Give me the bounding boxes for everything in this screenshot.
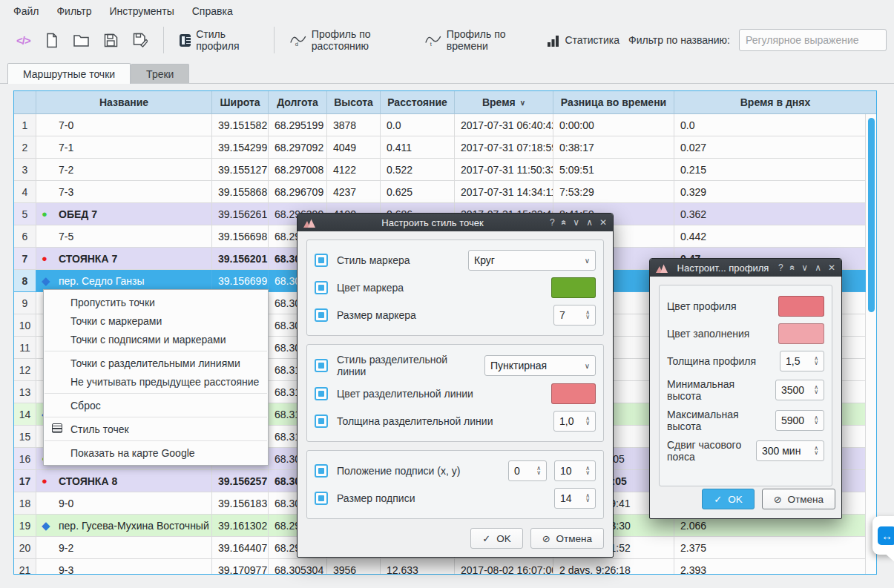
- cell-dist[interactable]: 0.411: [381, 136, 455, 159]
- minimize-button[interactable]: ∨: [573, 218, 579, 227]
- cell-name[interactable]: ◆пер. Гусева-Мухина Восточный: [36, 515, 212, 537]
- help-button[interactable]: ?: [550, 218, 555, 227]
- cell-lat[interactable]: 39.164407: [212, 537, 269, 559]
- cell-ele[interactable]: 3878: [327, 114, 381, 136]
- save-as-button[interactable]: [127, 30, 154, 50]
- cell-time[interactable]: 2017-07-31 06:40:42: [455, 114, 553, 136]
- row-number[interactable]: 11: [14, 337, 36, 359]
- cell-lat[interactable]: 39.154299: [212, 136, 269, 159]
- cell-time[interactable]: 2017-08-02 16:07:00: [455, 559, 553, 575]
- label-size-checkbox[interactable]: [315, 492, 328, 505]
- cell-time[interactable]: 2017-07-31 14:34:11: [455, 181, 553, 203]
- column-header-lat[interactable]: Широта: [212, 91, 269, 114]
- cell-dist[interactable]: 0.522: [381, 159, 455, 181]
- profile-color-swatch[interactable]: [778, 296, 824, 317]
- label-x-spinner[interactable]: 0∧∨: [508, 460, 547, 481]
- teamviewer-tab[interactable]: ↔: [872, 516, 894, 555]
- chevron-down-icon[interactable]: ∨: [585, 421, 590, 426]
- context-menu-item[interactable]: Точки с разделительными линиями: [44, 354, 268, 372]
- spin-buttons[interactable]: ∧∨: [536, 466, 541, 476]
- close-button[interactable]: ✕: [599, 218, 607, 227]
- chevron-down-icon[interactable]: ∨: [814, 390, 818, 394]
- row-number[interactable]: 1: [14, 114, 36, 136]
- marker-size-checkbox[interactable]: [315, 308, 328, 322]
- cell-tdays[interactable]: 0.329: [674, 181, 866, 203]
- profile-width-spinner[interactable]: 1,5∧∨: [780, 351, 824, 371]
- row-number[interactable]: 4: [14, 181, 36, 203]
- cell-tdiff[interactable]: 0:38:17: [553, 136, 674, 159]
- context-menu-item[interactable]: Точки с подписями и маркерами: [44, 330, 268, 348]
- row-number[interactable]: 15: [14, 426, 36, 448]
- cell-tdiff[interactable]: 0:00:00: [553, 114, 674, 136]
- cell-name[interactable]: ●ОБЕД 7: [36, 203, 212, 225]
- cell-lat[interactable]: 39.155868: [212, 181, 269, 203]
- cell-name[interactable]: 9-3: [36, 559, 212, 575]
- tab-waypoints[interactable]: Маршрутные точки: [7, 63, 131, 84]
- cell-lon[interactable]: 68.296709: [269, 181, 327, 203]
- row-number[interactable]: 7: [14, 248, 36, 270]
- cell-dist[interactable]: 0.625: [381, 181, 455, 203]
- cell-tdays[interactable]: 0.027: [674, 136, 866, 159]
- source-code-button[interactable]: </>: [10, 31, 36, 50]
- column-header-time[interactable]: Время∨: [455, 91, 553, 114]
- table-row[interactable]: 219-339.17097768.305304395612.6332017-08…: [14, 559, 866, 575]
- chevron-down-icon[interactable]: ∨: [536, 471, 541, 475]
- min-height-spinner[interactable]: 3500∧∨: [775, 380, 824, 400]
- row-number[interactable]: 10: [14, 314, 36, 337]
- row-number[interactable]: 2: [14, 136, 36, 159]
- cell-lat[interactable]: 39.156183: [212, 492, 269, 515]
- minimize-button[interactable]: ∨: [801, 263, 808, 272]
- marker-color-checkbox[interactable]: [315, 281, 328, 294]
- table-row[interactable]: 37-239.15512768.29700841220.5222017-07-3…: [14, 159, 866, 181]
- cell-ele[interactable]: 4049: [327, 136, 381, 159]
- chevron-down-icon[interactable]: ∨: [585, 471, 590, 475]
- marker-style-select[interactable]: Круг∨: [468, 250, 596, 271]
- fill-color-swatch[interactable]: [778, 323, 824, 344]
- profile-style-button[interactable]: Стиль профиля: [174, 25, 265, 55]
- label-position-checkbox[interactable]: [315, 464, 328, 478]
- cell-tdays[interactable]: 0.442: [674, 225, 866, 248]
- cell-name[interactable]: 9-2: [36, 537, 212, 559]
- context-menu-item[interactable]: Показать на карте Google: [44, 443, 268, 462]
- spin-buttons[interactable]: ∧∨: [585, 494, 590, 503]
- chevron-down-icon[interactable]: ∨: [814, 361, 818, 366]
- cell-name[interactable]: 7-1: [36, 136, 212, 159]
- chevron-down-icon[interactable]: ∨: [814, 451, 818, 455]
- cell-name[interactable]: ●СТОЯНКА 8: [36, 470, 212, 492]
- cell-lat[interactable]: 39.156261: [212, 203, 269, 225]
- cell-lon[interactable]: 68.305304: [269, 559, 327, 575]
- open-file-button[interactable]: [68, 31, 95, 50]
- cancel-button[interactable]: ⊘Отмена: [762, 489, 835, 509]
- row-number[interactable]: 14: [14, 403, 36, 426]
- new-file-button[interactable]: [39, 30, 65, 51]
- row-number[interactable]: 20: [14, 537, 36, 559]
- profile-time-button[interactable]: t Профиль по времени: [419, 25, 538, 55]
- row-number[interactable]: 3: [14, 159, 36, 181]
- cell-tdiff[interactable]: 2 days, 9:26:18: [553, 559, 674, 575]
- divider-style-select[interactable]: Пунктирная∨: [484, 355, 596, 376]
- table-row[interactable]: 47-339.15586868.29670942370.6252017-07-3…: [14, 181, 866, 203]
- ok-button[interactable]: ✓OK: [702, 489, 754, 509]
- spin-buttons[interactable]: ∧∨: [585, 417, 590, 426]
- menu-tools[interactable]: Инструменты: [100, 2, 183, 20]
- column-header-ele[interactable]: Высота: [327, 91, 381, 114]
- row-number[interactable]: 13: [14, 381, 36, 403]
- max-height-spinner[interactable]: 5900∧∨: [775, 410, 824, 431]
- context-menu-item[interactable]: Не учитывать предыдущее расстояние: [44, 372, 268, 391]
- divider-width-spinner[interactable]: 1,0∧∨: [553, 411, 596, 432]
- cell-tdiff[interactable]: 7:53:29: [553, 181, 674, 203]
- spin-buttons[interactable]: ∧∨: [814, 416, 818, 426]
- help-button[interactable]: ?: [778, 263, 783, 272]
- context-menu-item[interactable]: Точки с маркерами: [44, 311, 268, 330]
- keep-above-button[interactable]: «: [788, 265, 797, 271]
- tab-tracks[interactable]: Треки: [131, 64, 189, 83]
- table-row[interactable]: 27-139.15429968.29709240490.4112017-07-3…: [14, 136, 866, 159]
- cell-name[interactable]: ●СТОЯНКА 7: [36, 248, 212, 270]
- row-number[interactable]: 5: [14, 203, 36, 225]
- cell-ele[interactable]: 3956: [327, 559, 381, 575]
- cell-lon[interactable]: 68.297092: [269, 136, 327, 159]
- cell-ele[interactable]: 4237: [327, 181, 381, 203]
- cancel-button[interactable]: ⊘Отмена: [530, 528, 604, 549]
- cell-lat[interactable]: 39.151582: [212, 114, 269, 136]
- cell-lat[interactable]: 39.156201: [212, 248, 269, 270]
